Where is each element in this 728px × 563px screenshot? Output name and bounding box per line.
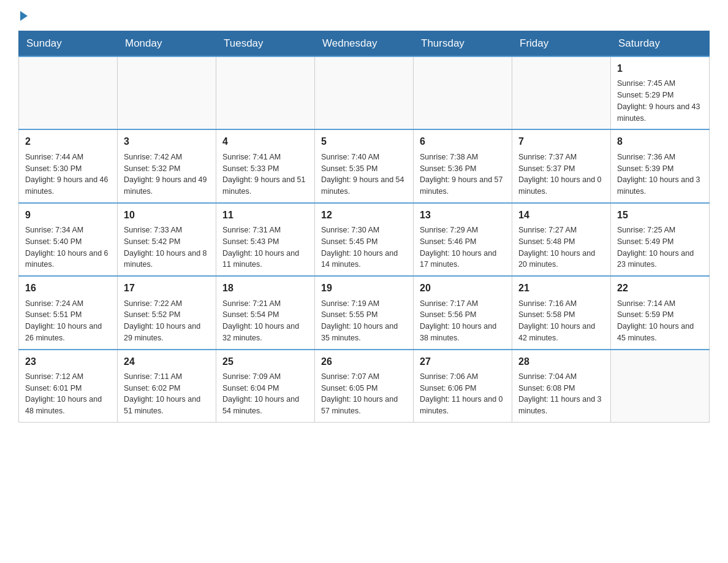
calendar-table: SundayMondayTuesdayWednesdayThursdayFrid… bbox=[18, 31, 710, 423]
day-info: Sunrise: 7:17 AM Sunset: 5:56 PM Dayligh… bbox=[420, 298, 506, 344]
day-number: 28 bbox=[518, 355, 604, 369]
day-number: 3 bbox=[124, 135, 210, 148]
day-info: Sunrise: 7:42 AM Sunset: 5:32 PM Dayligh… bbox=[124, 151, 210, 197]
calendar-cell bbox=[414, 56, 512, 129]
day-info: Sunrise: 7:41 AM Sunset: 5:33 PM Dayligh… bbox=[222, 151, 308, 197]
calendar-cell bbox=[611, 350, 710, 423]
day-number: 7 bbox=[518, 135, 604, 148]
day-number: 23 bbox=[25, 355, 111, 369]
calendar-cell: 22Sunrise: 7:14 AM Sunset: 5:59 PM Dayli… bbox=[611, 276, 710, 349]
day-number: 10 bbox=[124, 209, 210, 222]
day-number: 8 bbox=[617, 135, 703, 148]
calendar-week-row: 1Sunrise: 7:45 AM Sunset: 5:29 PM Daylig… bbox=[19, 56, 710, 129]
logo-triangle-icon bbox=[20, 11, 28, 21]
day-number: 17 bbox=[124, 282, 210, 295]
day-info: Sunrise: 7:21 AM Sunset: 5:54 PM Dayligh… bbox=[222, 298, 308, 344]
calendar-week-row: 23Sunrise: 7:12 AM Sunset: 6:01 PM Dayli… bbox=[19, 350, 710, 423]
day-number: 24 bbox=[124, 355, 210, 369]
calendar-cell: 2Sunrise: 7:44 AM Sunset: 5:30 PM Daylig… bbox=[19, 129, 118, 202]
page-header bbox=[18, 12, 710, 18]
calendar-cell: 26Sunrise: 7:07 AM Sunset: 6:05 PM Dayli… bbox=[315, 350, 414, 423]
calendar-cell bbox=[19, 56, 118, 129]
day-info: Sunrise: 7:24 AM Sunset: 5:51 PM Dayligh… bbox=[25, 298, 111, 344]
calendar-cell: 7Sunrise: 7:37 AM Sunset: 5:37 PM Daylig… bbox=[512, 129, 611, 202]
calendar-cell: 15Sunrise: 7:25 AM Sunset: 5:49 PM Dayli… bbox=[611, 203, 710, 276]
weekday-header-thursday: Thursday bbox=[414, 31, 512, 57]
calendar-week-row: 2Sunrise: 7:44 AM Sunset: 5:30 PM Daylig… bbox=[19, 129, 710, 202]
calendar-cell: 12Sunrise: 7:30 AM Sunset: 5:45 PM Dayli… bbox=[315, 203, 414, 276]
day-number: 4 bbox=[222, 135, 308, 148]
day-number: 12 bbox=[321, 209, 407, 222]
day-number: 25 bbox=[222, 355, 308, 369]
day-number: 21 bbox=[518, 282, 604, 295]
calendar-cell: 8Sunrise: 7:36 AM Sunset: 5:39 PM Daylig… bbox=[611, 129, 710, 202]
day-info: Sunrise: 7:12 AM Sunset: 6:01 PM Dayligh… bbox=[25, 371, 111, 417]
weekday-header-sunday: Sunday bbox=[19, 31, 118, 57]
day-number: 20 bbox=[420, 282, 506, 295]
day-number: 13 bbox=[420, 209, 506, 222]
day-info: Sunrise: 7:30 AM Sunset: 5:45 PM Dayligh… bbox=[321, 224, 407, 270]
day-info: Sunrise: 7:22 AM Sunset: 5:52 PM Dayligh… bbox=[124, 298, 210, 344]
day-number: 11 bbox=[222, 209, 308, 222]
calendar-cell: 23Sunrise: 7:12 AM Sunset: 6:01 PM Dayli… bbox=[19, 350, 118, 423]
day-number: 19 bbox=[321, 282, 407, 295]
calendar-cell bbox=[216, 56, 315, 129]
day-info: Sunrise: 7:34 AM Sunset: 5:40 PM Dayligh… bbox=[25, 224, 111, 270]
day-info: Sunrise: 7:29 AM Sunset: 5:46 PM Dayligh… bbox=[420, 224, 506, 270]
day-info: Sunrise: 7:38 AM Sunset: 5:36 PM Dayligh… bbox=[420, 151, 506, 197]
calendar-cell bbox=[512, 56, 611, 129]
calendar-cell bbox=[315, 56, 414, 129]
day-number: 2 bbox=[25, 135, 111, 148]
calendar-cell: 6Sunrise: 7:38 AM Sunset: 5:36 PM Daylig… bbox=[414, 129, 512, 202]
day-info: Sunrise: 7:44 AM Sunset: 5:30 PM Dayligh… bbox=[25, 151, 111, 197]
day-number: 1 bbox=[617, 62, 703, 75]
day-info: Sunrise: 7:06 AM Sunset: 6:06 PM Dayligh… bbox=[420, 371, 506, 417]
logo bbox=[18, 12, 28, 18]
weekday-header-monday: Monday bbox=[118, 31, 216, 57]
day-number: 27 bbox=[420, 355, 506, 369]
calendar-cell: 16Sunrise: 7:24 AM Sunset: 5:51 PM Dayli… bbox=[19, 276, 118, 349]
day-number: 14 bbox=[518, 209, 604, 222]
day-info: Sunrise: 7:25 AM Sunset: 5:49 PM Dayligh… bbox=[617, 224, 703, 270]
calendar-cell: 10Sunrise: 7:33 AM Sunset: 5:42 PM Dayli… bbox=[118, 203, 216, 276]
weekday-header-row: SundayMondayTuesdayWednesdayThursdayFrid… bbox=[19, 31, 710, 57]
weekday-header-tuesday: Tuesday bbox=[216, 31, 315, 57]
calendar-week-row: 16Sunrise: 7:24 AM Sunset: 5:51 PM Dayli… bbox=[19, 276, 710, 349]
calendar-cell: 4Sunrise: 7:41 AM Sunset: 5:33 PM Daylig… bbox=[216, 129, 315, 202]
calendar-week-row: 9Sunrise: 7:34 AM Sunset: 5:40 PM Daylig… bbox=[19, 203, 710, 276]
day-info: Sunrise: 7:07 AM Sunset: 6:05 PM Dayligh… bbox=[321, 371, 407, 417]
day-number: 18 bbox=[222, 282, 308, 295]
calendar-cell: 25Sunrise: 7:09 AM Sunset: 6:04 PM Dayli… bbox=[216, 350, 315, 423]
day-info: Sunrise: 7:33 AM Sunset: 5:42 PM Dayligh… bbox=[124, 224, 210, 270]
day-info: Sunrise: 7:40 AM Sunset: 5:35 PM Dayligh… bbox=[321, 151, 407, 197]
calendar-cell: 24Sunrise: 7:11 AM Sunset: 6:02 PM Dayli… bbox=[118, 350, 216, 423]
calendar-cell: 14Sunrise: 7:27 AM Sunset: 5:48 PM Dayli… bbox=[512, 203, 611, 276]
day-info: Sunrise: 7:09 AM Sunset: 6:04 PM Dayligh… bbox=[222, 371, 308, 417]
day-info: Sunrise: 7:11 AM Sunset: 6:02 PM Dayligh… bbox=[124, 371, 210, 417]
weekday-header-friday: Friday bbox=[512, 31, 611, 57]
calendar-cell: 1Sunrise: 7:45 AM Sunset: 5:29 PM Daylig… bbox=[611, 56, 710, 129]
day-info: Sunrise: 7:36 AM Sunset: 5:39 PM Dayligh… bbox=[617, 151, 703, 197]
day-number: 16 bbox=[25, 282, 111, 295]
calendar-cell: 5Sunrise: 7:40 AM Sunset: 5:35 PM Daylig… bbox=[315, 129, 414, 202]
calendar-cell: 3Sunrise: 7:42 AM Sunset: 5:32 PM Daylig… bbox=[118, 129, 216, 202]
day-info: Sunrise: 7:37 AM Sunset: 5:37 PM Dayligh… bbox=[518, 151, 604, 197]
day-info: Sunrise: 7:27 AM Sunset: 5:48 PM Dayligh… bbox=[518, 224, 604, 270]
calendar-cell: 9Sunrise: 7:34 AM Sunset: 5:40 PM Daylig… bbox=[19, 203, 118, 276]
day-info: Sunrise: 7:04 AM Sunset: 6:08 PM Dayligh… bbox=[518, 371, 604, 417]
day-info: Sunrise: 7:45 AM Sunset: 5:29 PM Dayligh… bbox=[617, 78, 703, 124]
day-number: 26 bbox=[321, 355, 407, 369]
weekday-header-saturday: Saturday bbox=[611, 31, 710, 57]
weekday-header-wednesday: Wednesday bbox=[315, 31, 414, 57]
calendar-cell: 19Sunrise: 7:19 AM Sunset: 5:55 PM Dayli… bbox=[315, 276, 414, 349]
day-info: Sunrise: 7:31 AM Sunset: 5:43 PM Dayligh… bbox=[222, 224, 308, 270]
day-number: 9 bbox=[25, 209, 111, 222]
calendar-cell: 20Sunrise: 7:17 AM Sunset: 5:56 PM Dayli… bbox=[414, 276, 512, 349]
calendar-cell: 18Sunrise: 7:21 AM Sunset: 5:54 PM Dayli… bbox=[216, 276, 315, 349]
calendar-cell: 27Sunrise: 7:06 AM Sunset: 6:06 PM Dayli… bbox=[414, 350, 512, 423]
calendar-cell: 13Sunrise: 7:29 AM Sunset: 5:46 PM Dayli… bbox=[414, 203, 512, 276]
calendar-cell: 28Sunrise: 7:04 AM Sunset: 6:08 PM Dayli… bbox=[512, 350, 611, 423]
day-number: 5 bbox=[321, 135, 407, 148]
day-info: Sunrise: 7:19 AM Sunset: 5:55 PM Dayligh… bbox=[321, 298, 407, 344]
day-number: 22 bbox=[617, 282, 703, 295]
